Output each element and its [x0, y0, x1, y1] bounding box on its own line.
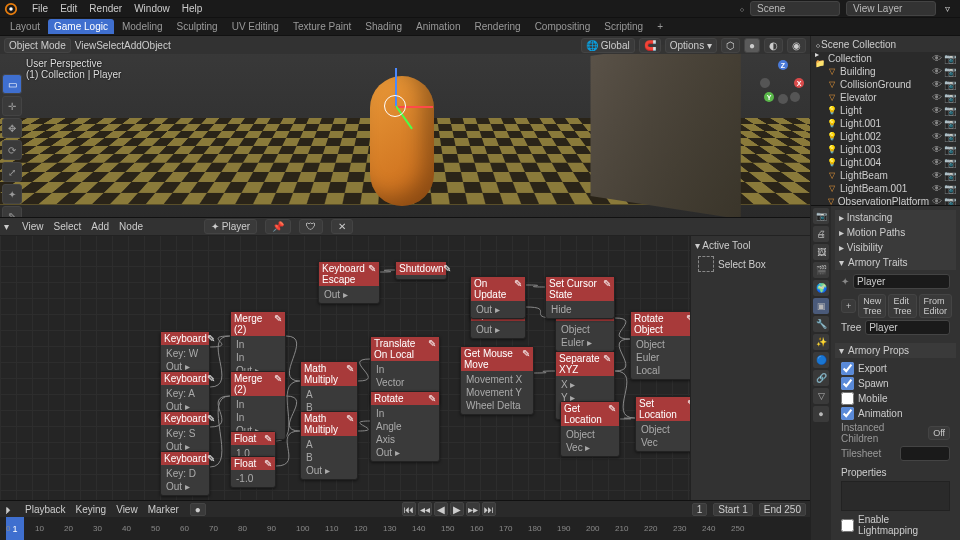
node-menu-select[interactable]: Select [49, 221, 87, 232]
edit-tree-button[interactable]: Edit Tree [888, 294, 916, 318]
tree-name-field[interactable] [865, 320, 950, 335]
visibility-toggle-icon[interactable]: 👁 [932, 118, 942, 129]
disable-render-icon[interactable]: 📷 [944, 53, 956, 64]
workspace-tab-animation[interactable]: Animation [410, 19, 466, 34]
rotate-tool[interactable]: ⟳ [2, 140, 22, 160]
add-trait-button[interactable]: + [841, 299, 856, 313]
disable-render-icon[interactable]: 📷 [944, 105, 956, 116]
outliner-item-lightbeam[interactable]: ▽LightBeam👁📷 [811, 169, 960, 182]
mode-selector[interactable]: Object Mode [4, 38, 71, 53]
chevron-icon[interactable]: ⏵ [4, 504, 14, 515]
filter-icon[interactable]: ▿ [939, 3, 956, 14]
node-merge2[interactable]: Merge (2)✎InInOut ▸ [230, 371, 286, 440]
animation-checkbox[interactable] [841, 407, 854, 420]
nav-gizmo[interactable]: X Y Z [758, 58, 806, 106]
timeline-menu-playback[interactable]: Playback [20, 504, 71, 515]
instanced-children-dropdown[interactable]: Off [928, 426, 950, 440]
visibility-toggle-icon[interactable]: 👁 [932, 131, 942, 142]
add-workspace-button[interactable]: + [651, 19, 669, 34]
viewport-menu-select[interactable]: Select [96, 40, 124, 51]
node-float2[interactable]: Float✎-1.0 [230, 456, 276, 488]
annotate-tool[interactable]: ✎ [2, 206, 22, 218]
disable-render-icon[interactable]: 📷 [944, 196, 956, 206]
node-merge1[interactable]: Merge (2)✎InInOut ▸ [230, 311, 286, 380]
node-menu-add[interactable]: Add [86, 221, 114, 232]
visibility-toggle-icon[interactable]: 👁 [932, 53, 942, 64]
current-frame-field[interactable]: 1 [692, 503, 708, 516]
outliner-item-light-001[interactable]: 💡Light.001👁📷 [811, 117, 960, 130]
tab-material[interactable]: ● [813, 406, 829, 422]
transform-tool[interactable]: ✦ [2, 184, 22, 204]
timeline-menu-marker[interactable]: Marker [143, 504, 184, 515]
outliner-item-building[interactable]: ▽Building👁📷 [811, 65, 960, 78]
disable-render-icon[interactable]: 📷 [944, 183, 956, 194]
outliner-item-light-004[interactable]: 💡Light.004👁📷 [811, 156, 960, 169]
armory-traits-panel-header[interactable]: ▾ Armory Traits [835, 255, 956, 270]
scene-selector[interactable]: Scene [750, 1, 840, 16]
autokey-toggle[interactable]: ● [190, 503, 206, 516]
timeline-track[interactable]: 1 01020304050607080901001101201301401501… [0, 517, 810, 540]
visibility-toggle-icon[interactable]: 👁 [932, 183, 942, 194]
workspace-tab-rendering[interactable]: Rendering [468, 19, 526, 34]
tab-viewlayer[interactable]: 🖼 [813, 244, 829, 260]
node-rot[interactable]: Rotate✎InAngleAxisOut ▸ [370, 391, 440, 462]
tilesheet-field[interactable] [900, 446, 950, 461]
unlink-button[interactable]: ✕ [331, 219, 353, 234]
node-kb_w[interactable]: Keyboard✎Key: WOut ▸ [160, 331, 210, 376]
tab-world[interactable]: 🌍 [813, 280, 829, 296]
viewport-menu-object[interactable]: Object [142, 40, 171, 51]
outliner[interactable]: ⬦ Scene Collection ▸📁Collection👁📷▽Buildi… [811, 36, 960, 206]
disable-render-icon[interactable]: 📷 [944, 131, 956, 142]
timeline-menu-keying[interactable]: Keying [71, 504, 112, 515]
new-tree-button[interactable]: New Tree [858, 294, 886, 318]
node-getmouse[interactable]: Get Mouse Move✎Movement XMovement YWheel… [460, 346, 534, 415]
nodetree-selector[interactable]: ✦ Player [204, 219, 257, 234]
mobile-checkbox[interactable] [841, 392, 854, 405]
workspace-tab-texture-paint[interactable]: Texture Paint [287, 19, 357, 34]
from-editor-button[interactable]: From Editor [919, 294, 953, 318]
tab-constraints[interactable]: 🔗 [813, 370, 829, 386]
viewport-3d[interactable]: Object Mode ViewSelectAddObject 🌐 Global… [0, 36, 810, 218]
trait-name-field[interactable] [853, 274, 950, 289]
workspace-tab-sculpting[interactable]: Sculpting [171, 19, 224, 34]
chevron-icon[interactable]: ▾ [4, 221, 9, 232]
select-box-tool[interactable]: ▭ [2, 74, 22, 94]
tab-output[interactable]: 🖨 [813, 226, 829, 242]
scale-tool[interactable]: ⤢ [2, 162, 22, 182]
fake-user-toggle[interactable]: 🛡 [299, 219, 323, 234]
keyframe-prev-button[interactable]: ◂◂ [418, 502, 432, 516]
orientation-selector[interactable]: 🌐 Global [581, 38, 635, 53]
menu-file[interactable]: File [26, 3, 54, 14]
shading-matprev[interactable]: ◐ [764, 38, 783, 53]
lightmapping-checkbox[interactable] [841, 519, 854, 532]
panel-motion-paths[interactable]: ▸ Motion Paths [835, 225, 956, 240]
export-checkbox[interactable] [841, 362, 854, 375]
tab-render[interactable]: 📷 [813, 208, 829, 224]
timeline-menu-view[interactable]: View [111, 504, 143, 515]
disable-render-icon[interactable]: 📷 [944, 66, 956, 77]
disable-render-icon[interactable]: 📷 [944, 118, 956, 129]
pin-toggle[interactable]: 📌 [265, 219, 291, 234]
visibility-toggle-icon[interactable]: 👁 [932, 105, 942, 116]
keyframe-next-button[interactable]: ▸▸ [466, 502, 480, 516]
tab-object[interactable]: ▣ [813, 298, 829, 314]
visibility-toggle-icon[interactable]: 👁 [932, 170, 942, 181]
tab-data[interactable]: ▽ [813, 388, 829, 404]
panel-instancing[interactable]: ▸ Instancing [835, 210, 956, 225]
node-menu-view[interactable]: View [17, 221, 49, 232]
play-reverse-button[interactable]: ◀ [434, 502, 448, 516]
player-capsule[interactable] [370, 76, 434, 206]
visibility-toggle-icon[interactable]: 👁 [932, 66, 942, 77]
start-frame-field[interactable]: Start 1 [713, 503, 752, 516]
disable-render-icon[interactable]: 📷 [944, 170, 956, 181]
viewlayer-selector[interactable]: View Layer [846, 1, 936, 16]
armory-props-panel-header[interactable]: ▾ Armory Props [835, 343, 956, 358]
viewport-menu-add[interactable]: Add [124, 40, 142, 51]
menu-edit[interactable]: Edit [54, 3, 83, 14]
jump-start-button[interactable]: ⏮ [402, 502, 416, 516]
menu-render[interactable]: Render [83, 3, 128, 14]
node-menu-node[interactable]: Node [114, 221, 148, 232]
tab-scene[interactable]: 🎬 [813, 262, 829, 278]
visibility-toggle-icon[interactable]: 👁 [932, 79, 942, 90]
jump-end-button[interactable]: ⏭ [482, 502, 496, 516]
